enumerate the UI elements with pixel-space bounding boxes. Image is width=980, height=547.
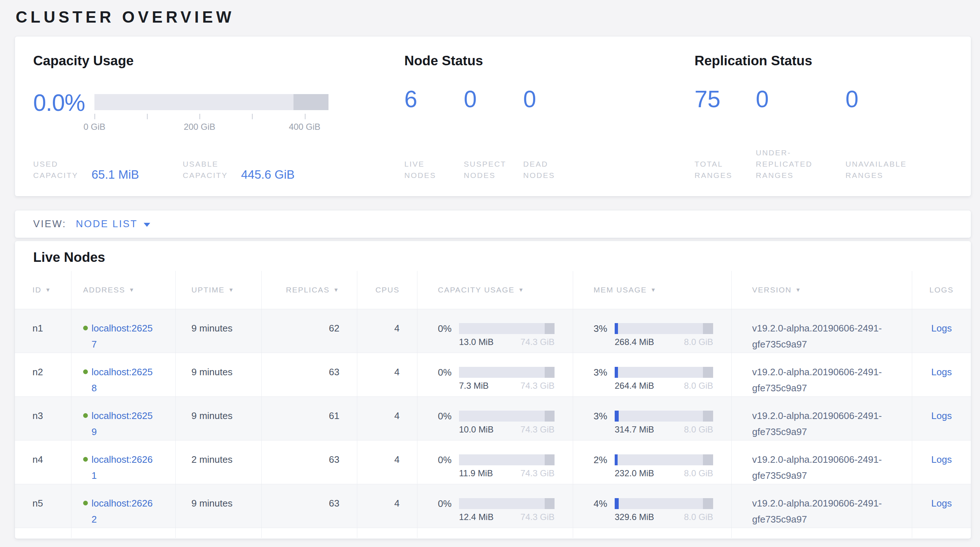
node-logs-cell: Logs [912,440,971,484]
capacity-usage-percent: 0% [438,410,455,421]
mem-usage-total-value: 8.0 GiB [684,513,713,522]
sort-arrow-icon: ▼ [518,282,524,298]
logs-link[interactable]: Logs [931,454,951,465]
column-header-mem-usage[interactable]: MEM USAGE▼ [573,271,732,309]
sort-arrow-icon: ▼ [795,282,802,298]
mem-usage-total-value: 8.0 GiB [684,338,713,347]
stat-label: SUSPECT NODES [464,158,511,181]
node-version-cell: v19.2.0-alpha.20190606-2491-gfe735c9a97 [732,484,912,528]
node-id-cell: n1 [15,309,72,353]
clipped-row-cell [262,528,357,538]
node-address-link[interactable]: localhost:26259 [92,408,154,440]
stat-label: USED CAPACITY [33,158,84,181]
node-status-stats: 6LIVE NODES0SUSPECT NODES0DEAD NODES [404,87,695,181]
logs-link[interactable]: Logs [931,366,951,377]
node-address-link[interactable]: localhost:26262 [92,495,154,527]
logs-link[interactable]: Logs [931,410,951,421]
capacity-stat: USABLE CAPACITY445.6 GiB [183,158,294,181]
mem-usage-total-value: 8.0 GiB [684,425,713,434]
capacity-usage-title: Capacity Usage [33,53,404,68]
capacity-usage-percent: 0% [438,323,455,334]
node-address-link[interactable]: localhost:26257 [92,320,154,352]
node-replicas-cell: 63 [262,353,357,396]
stat-big-number: 0 [756,87,845,111]
cluster-overview-page: CLUSTER OVERVIEW Capacity Usage 0.0% 0 G… [0,0,980,547]
column-header-cpus: CPUS [357,271,417,309]
mem-usage-used-value: 232.0 MiB [615,469,654,478]
mem-usage-used-value: 268.4 MiB [615,338,654,347]
capacity-usage-total-value: 74.3 GiB [520,338,555,347]
mem-usage-bar-fill [615,498,619,509]
summary-stat-unit: 0UNAVAILABLE RANGES [845,87,929,181]
clipped-row-cell [417,528,573,538]
clipped-row-cell [357,528,417,538]
capacity-usage-bar [94,94,328,110]
column-header-id[interactable]: ID▼ [15,271,72,309]
column-header-label: ADDRESS [83,282,126,298]
node-id-cell: n5 [15,484,72,528]
node-replicas-cell: 63 [262,440,357,484]
mem-usage-cell: 3%268.4 MiB8.0 GiB [573,309,732,353]
capacity-usage-percent: 0% [438,454,455,465]
capacity-usage-cell: 0%11.9 MiB74.3 GiB [417,440,573,484]
node-address-cell: localhost:26259 [72,396,176,440]
column-header-capacity-usage[interactable]: CAPACITY USAGE▼ [417,271,573,309]
summary-stat-unit: 0DEAD NODES [523,87,567,181]
column-header-label: ID [32,282,41,298]
capacity-usage-total-value: 74.3 GiB [520,425,555,434]
node-address-link[interactable]: localhost:26258 [92,364,154,396]
node-logs-cell: Logs [912,484,971,528]
node-live-status-dot [83,369,88,374]
column-header-label: CPUS [375,282,399,298]
logs-link[interactable]: Logs [931,323,951,334]
sort-arrow-icon: ▼ [228,282,234,298]
node-cpus-cell: 4 [357,440,417,484]
mem-usage-total-value: 8.0 GiB [684,382,713,390]
node-address-cell: localhost:26258 [72,353,176,396]
summary-stat-unit: 75TOTAL RANGES [695,87,756,181]
summary-stat-unit: 0SUSPECT NODES [464,87,523,181]
column-header-label: VERSION [752,282,792,298]
column-header-label: MEM USAGE [593,282,647,298]
column-header-replicas[interactable]: REPLICAS▼ [262,271,357,309]
node-uptime-cell: 9 minutes [176,353,262,396]
mem-usage-bar-end-cap [703,323,713,334]
mem-usage-bar [615,454,713,465]
node-logs-cell: Logs [912,309,971,353]
node-address-link[interactable]: localhost:26261 [92,452,154,483]
column-header-address[interactable]: ADDRESS▼ [72,271,176,309]
mem-usage-bar-end-cap [703,454,713,465]
axis-tick-label: 400 GiB [289,122,320,132]
capacity-usage-cell: 0%12.4 MiB74.3 GiB [417,484,573,528]
mem-usage-percent: 2% [593,454,611,465]
node-uptime-cell: 9 minutes [176,309,262,353]
logs-link[interactable]: Logs [931,498,951,509]
mem-usage-cell: 3%264.4 MiB8.0 GiB [573,353,732,396]
capacity-usage-bar-end-cap [545,323,555,334]
capacity-usage-used-value: 12.4 MiB [459,513,494,522]
view-dropdown[interactable]: NODE LIST [76,218,150,230]
clipped-row-cell [732,528,912,538]
sort-arrow-icon: ▼ [129,282,135,298]
capacity-usage-used-value: 11.9 MiB [459,469,493,478]
capacity-usage-cell: 0%7.3 MiB74.3 GiB [417,353,573,396]
view-label: VIEW: [33,218,66,230]
mem-usage-percent: 4% [593,498,611,509]
stat-label: USABLE CAPACITY [183,158,234,181]
stat-big-number: 0 [464,87,523,111]
node-cpus-cell: 4 [357,484,417,528]
live-nodes-title: Live Nodes [33,250,971,265]
node-address-cell: localhost:26257 [72,309,176,353]
column-header-version[interactable]: VERSION▼ [732,271,912,309]
stat-big-number: 6 [404,87,464,111]
capacity-usage-cell: 0%13.0 MiB74.3 GiB [417,309,573,353]
replication-status-stats: 75TOTAL RANGES0UNDER-REPLICATED RANGES0U… [695,87,953,181]
view-dropdown-value[interactable]: NODE LIST [76,218,138,230]
column-header-label: CAPACITY USAGE [438,282,514,298]
axis-tick-mark [252,114,253,119]
column-header-uptime[interactable]: UPTIME▼ [176,271,262,309]
summary-stat-unit: 6LIVE NODES [404,87,464,181]
capacity-usage-bar-end-cap [545,454,555,465]
summary-stat-unit: 0UNDER-REPLICATED RANGES [756,87,845,181]
replication-status-title: Replication Status [695,53,953,68]
